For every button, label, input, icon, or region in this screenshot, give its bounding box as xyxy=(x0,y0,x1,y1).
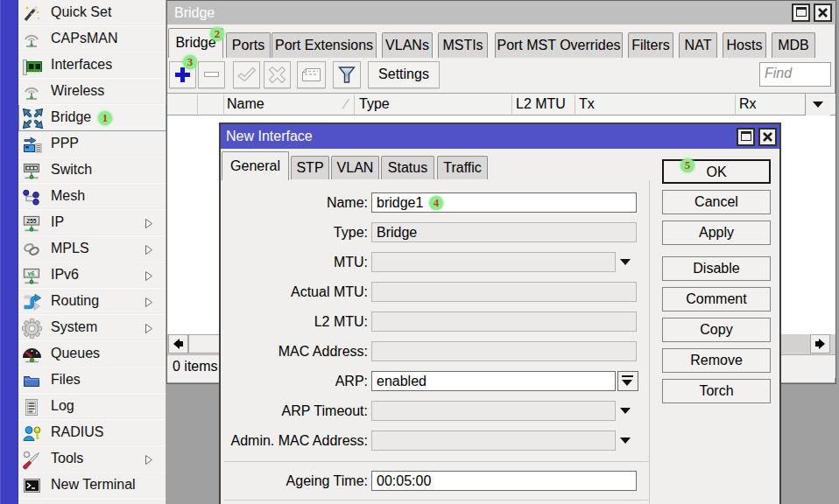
svg-text:v6: v6 xyxy=(28,270,35,277)
svg-text:255: 255 xyxy=(26,218,37,224)
